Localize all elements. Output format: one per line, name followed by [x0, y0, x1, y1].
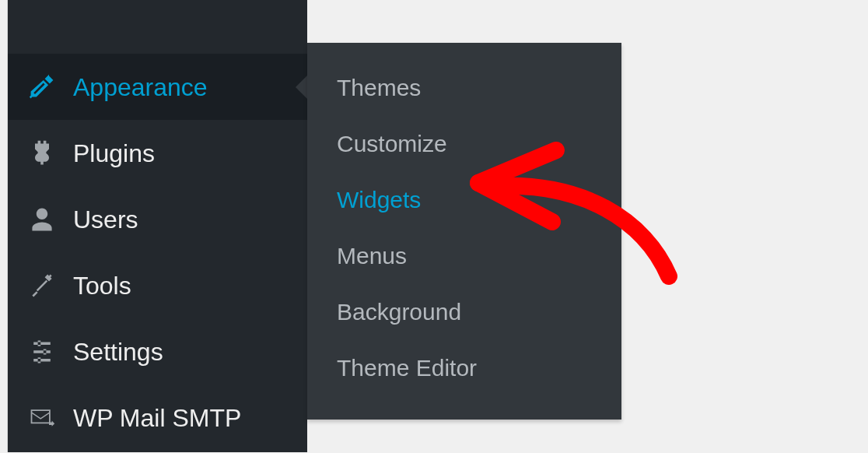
mail-icon — [26, 402, 58, 434]
submenu-item-theme-editor[interactable]: Theme Editor — [307, 340, 621, 396]
sidebar-item-tools[interactable]: Tools — [8, 252, 307, 318]
screenshot-stage: Appearance Plugins Users Tools — [0, 0, 868, 453]
sidebar-item-users[interactable]: Users — [8, 186, 307, 252]
sidebar-top-spacer — [8, 0, 307, 54]
submenu-item-background[interactable]: Background — [307, 284, 621, 340]
sidebar-item-settings[interactable]: Settings — [8, 318, 307, 385]
appearance-submenu: Themes Customize Widgets Menus Backgroun… — [307, 43, 621, 420]
sidebar-item-label: Plugins — [73, 141, 155, 166]
settings-icon — [26, 336, 58, 367]
sidebar-item-label: WP Mail SMTP — [73, 406, 241, 430]
sidebar-item-plugins[interactable]: Plugins — [8, 120, 307, 186]
sidebar-item-wp-mail-smtp[interactable]: WP Mail SMTP — [8, 385, 307, 451]
submenu-item-themes[interactable]: Themes — [307, 60, 621, 116]
sidebar-item-appearance[interactable]: Appearance — [8, 54, 307, 120]
submenu-item-widgets[interactable]: Widgets — [307, 172, 621, 228]
submenu-item-menus[interactable]: Menus — [307, 228, 621, 284]
plugins-icon — [26, 138, 58, 169]
sidebar-item-label: Tools — [73, 273, 131, 298]
users-icon — [26, 204, 58, 235]
admin-sidebar: Appearance Plugins Users Tools — [8, 0, 307, 452]
appearance-icon — [26, 72, 58, 103]
sidebar-item-label: Settings — [73, 339, 163, 364]
tools-icon — [26, 270, 58, 301]
sidebar-item-label: Users — [73, 207, 138, 232]
submenu-item-customize[interactable]: Customize — [307, 116, 621, 172]
sidebar-item-label: Appearance — [73, 75, 208, 100]
